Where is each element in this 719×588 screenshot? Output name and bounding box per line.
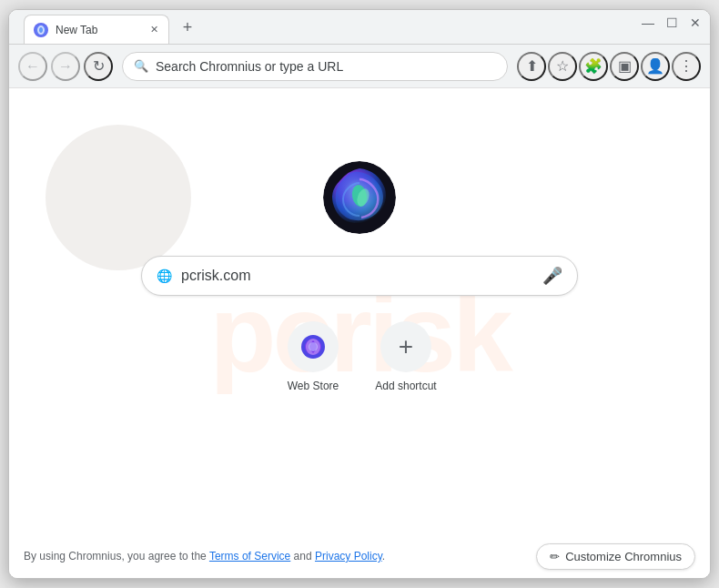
search-bar-text: pcrisk.com [181, 268, 533, 284]
tab-strip: New Tab ✕ + [16, 9, 200, 44]
svg-point-0 [34, 23, 48, 37]
logo-area: 🌐 pcrisk.com 🎤 Web S [141, 161, 578, 392]
reload-icon: ↻ [93, 57, 105, 75]
footer-text-before: By using Chromnius, you agree to the [24, 550, 209, 563]
new-tab-button[interactable]: + [175, 15, 200, 40]
search-bar[interactable]: 🌐 pcrisk.com 🎤 [141, 256, 578, 296]
toolbar-right: ⬆ ☆ 🧩 ▣ 👤 ⋮ [517, 52, 701, 81]
share-icon: ⬆ [526, 57, 538, 75]
extension-icon: 🧩 [584, 57, 603, 75]
footer-text-between: and [290, 550, 315, 563]
customize-icon: ✏ [550, 550, 560, 563]
back-icon: ← [25, 58, 40, 75]
page-footer: By using Chromnius, you agree to the Ter… [9, 534, 710, 578]
microphone-icon[interactable]: 🎤 [542, 266, 562, 286]
bookmark-icon: ☆ [556, 57, 569, 75]
address-text: Search Chromnius or type a URL [156, 59, 496, 74]
extensions-button[interactable]: 🧩 [579, 52, 608, 81]
profile-button[interactable]: 👤 [641, 52, 670, 81]
reload-button[interactable]: ↻ [84, 52, 113, 81]
tab-close-button[interactable]: ✕ [147, 23, 161, 37]
shortcut-add[interactable]: + Add shortcut [367, 321, 445, 392]
app-logo [323, 161, 396, 234]
minimize-button[interactable]: — [641, 15, 655, 30]
address-bar[interactable]: 🔍 Search Chromnius or type a URL [122, 52, 508, 81]
menu-button[interactable]: ⋮ [672, 52, 701, 81]
menu-icon: ⋮ [679, 57, 694, 75]
footer-text-after: . [382, 550, 385, 563]
footer-text: By using Chromnius, you agree to the Ter… [24, 550, 385, 563]
search-icon: 🔍 [134, 59, 148, 73]
forward-icon: → [58, 58, 73, 75]
profile-icon: 👤 [646, 57, 664, 75]
active-tab[interactable]: New Tab ✕ [24, 15, 169, 44]
close-button[interactable]: ✕ [688, 15, 703, 30]
web-store-label: Web Store [288, 380, 339, 392]
tab-favicon [34, 23, 48, 37]
toolbar: ← → ↻ 🔍 Search Chromnius or type a URL ⬆… [9, 45, 710, 88]
share-button[interactable]: ⬆ [517, 52, 546, 81]
add-shortcut-label: Add shortcut [375, 380, 436, 392]
shortcuts-grid: Web Store + Add shortcut [274, 321, 445, 392]
back-button[interactable]: ← [18, 52, 47, 81]
browser-window: New Tab ✕ + — ☐ ✕ ← → ↻ 🔍 Search Chromni… [8, 9, 711, 579]
cast-button[interactable]: ▣ [610, 52, 639, 81]
maximize-button[interactable]: ☐ [664, 15, 679, 30]
bookmark-button[interactable]: ☆ [548, 52, 577, 81]
customize-label: Customize Chromnius [565, 550, 682, 563]
title-bar: New Tab ✕ + — ☐ ✕ [9, 10, 710, 45]
page-content: pcrisk [9, 88, 710, 578]
tab-title: New Tab [56, 24, 139, 36]
privacy-policy-link[interactable]: Privacy Policy [315, 550, 382, 563]
search-bar-icon: 🌐 [157, 269, 172, 283]
forward-button[interactable]: → [51, 52, 80, 81]
terms-of-service-link[interactable]: Terms of Service [209, 550, 290, 563]
cast-icon: ▣ [618, 57, 632, 75]
web-store-icon [288, 321, 339, 372]
customize-button[interactable]: ✏ Customize Chromnius [536, 543, 695, 570]
add-shortcut-icon: + [380, 321, 431, 372]
shortcut-web-store[interactable]: Web Store [274, 321, 352, 392]
window-controls: — ☐ ✕ [641, 15, 703, 30]
